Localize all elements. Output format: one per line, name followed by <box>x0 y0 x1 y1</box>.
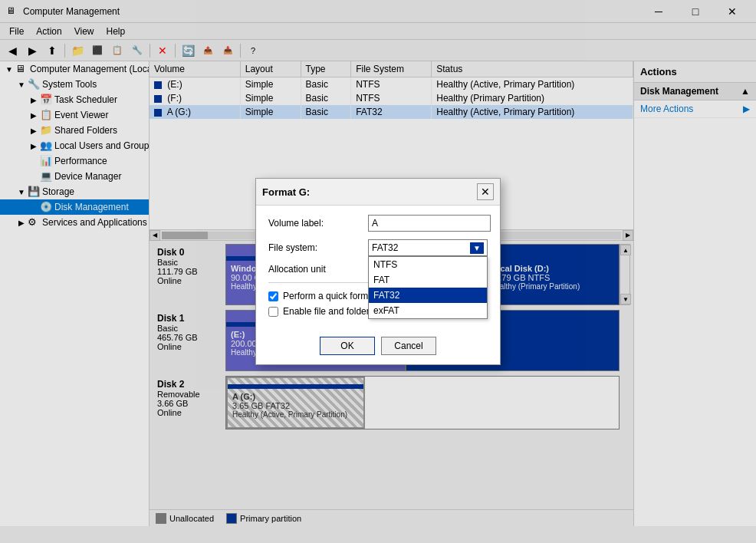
ok-button[interactable]: OK <box>320 337 375 355</box>
dropdown-list: NTFS FAT FAT32 exFAT <box>368 256 488 319</box>
option-fat32[interactable]: FAT32 <box>369 288 487 303</box>
file-system-label: File system: <box>268 242 368 253</box>
option-fat[interactable]: FAT <box>369 272 487 288</box>
quick-format-label: Perform a quick format <box>283 291 376 301</box>
compression-checkbox[interactable] <box>268 307 278 317</box>
volume-label-input[interactable] <box>368 215 491 232</box>
modal-overlay: Format G: ✕ Volume label: File system: F… <box>0 0 756 543</box>
selected-text: FAT32 <box>372 242 398 253</box>
file-system-row: File system: FAT32 ▼ NTFS FAT FAT32 exFA… <box>268 239 488 256</box>
dropdown-selected-value[interactable]: FAT32 ▼ <box>368 239 488 256</box>
quick-format-checkbox[interactable] <box>268 291 278 301</box>
modal-buttons: OK Cancel <box>256 331 500 364</box>
option-ntfs[interactable]: NTFS <box>369 257 487 272</box>
format-dialog: Format G: ✕ Volume label: File system: F… <box>255 178 501 365</box>
modal-body: Volume label: File system: FAT32 ▼ NTFS … <box>256 206 500 331</box>
allocation-label: Allocation unit <box>268 264 368 275</box>
cancel-button[interactable]: Cancel <box>381 337 436 355</box>
volume-label-label: Volume label: <box>268 218 368 229</box>
modal-title-bar: Format G: ✕ <box>256 179 500 206</box>
modal-close-button[interactable]: ✕ <box>477 183 494 200</box>
file-system-dropdown[interactable]: FAT32 ▼ NTFS FAT FAT32 exFAT <box>368 239 488 256</box>
dropdown-arrow-icon: ▼ <box>470 242 484 254</box>
modal-title: Format G: <box>262 186 310 198</box>
option-exfat[interactable]: exFAT <box>369 303 487 318</box>
volume-label-row: Volume label: <box>268 215 488 232</box>
